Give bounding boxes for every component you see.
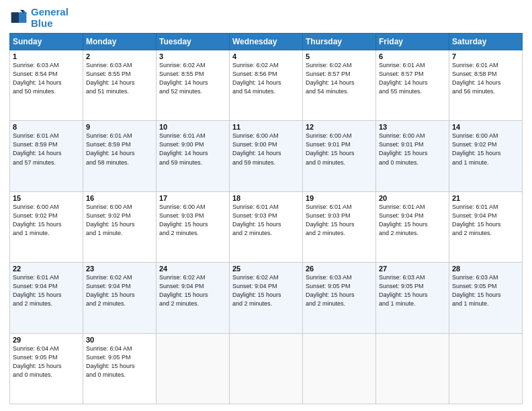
calendar-cell: 1Sunrise: 6:03 AM Sunset: 8:54 PM Daylig…: [10, 50, 83, 121]
svg-rect-2: [19, 12, 26, 23]
day-info: Sunrise: 6:04 AM Sunset: 9:05 PM Dayligh…: [86, 345, 153, 379]
calendar-cell: 6Sunrise: 6:01 AM Sunset: 8:57 PM Daylig…: [376, 50, 449, 121]
calendar-cell: 9Sunrise: 6:01 AM Sunset: 8:59 PM Daylig…: [83, 121, 157, 191]
calendar-cell: [449, 333, 523, 404]
calendar-cell: 19Sunrise: 6:01 AM Sunset: 9:03 PM Dayli…: [303, 191, 376, 262]
svg-rect-1: [11, 12, 19, 23]
day-info: Sunrise: 6:02 AM Sunset: 9:04 PM Dayligh…: [232, 273, 300, 308]
day-number: 9: [86, 123, 153, 131]
day-number: 21: [452, 194, 519, 202]
calendar-cell: 12Sunrise: 6:00 AM Sunset: 9:01 PM Dayli…: [303, 121, 376, 191]
calendar-cell: 8Sunrise: 6:01 AM Sunset: 8:59 PM Daylig…: [10, 121, 83, 191]
calendar-cell: [157, 333, 230, 404]
weekday-header-friday: Friday: [376, 34, 449, 50]
day-info: Sunrise: 6:03 AM Sunset: 9:05 PM Dayligh…: [306, 273, 373, 308]
calendar-cell: 2Sunrise: 6:03 AM Sunset: 8:55 PM Daylig…: [83, 50, 157, 121]
day-info: Sunrise: 6:02 AM Sunset: 9:04 PM Dayligh…: [86, 273, 153, 308]
day-number: 5: [306, 52, 373, 60]
weekday-header-thursday: Thursday: [303, 34, 376, 50]
day-number: 19: [306, 194, 373, 202]
day-number: 16: [86, 194, 153, 202]
day-info: Sunrise: 6:02 AM Sunset: 8:57 PM Dayligh…: [306, 61, 373, 96]
calendar-cell: 7Sunrise: 6:01 AM Sunset: 8:58 PM Daylig…: [449, 50, 523, 121]
day-number: 1: [13, 52, 80, 60]
calendar-cell: 28Sunrise: 6:03 AM Sunset: 9:05 PM Dayli…: [449, 263, 523, 333]
calendar-cell: 26Sunrise: 6:03 AM Sunset: 9:05 PM Dayli…: [303, 263, 376, 333]
day-number: 7: [452, 52, 519, 60]
calendar-cell: 18Sunrise: 6:01 AM Sunset: 9:03 PM Dayli…: [230, 191, 303, 262]
calendar-cell: 14Sunrise: 6:00 AM Sunset: 9:02 PM Dayli…: [449, 121, 523, 191]
day-info: Sunrise: 6:01 AM Sunset: 8:58 PM Dayligh…: [452, 61, 519, 96]
calendar-cell: 22Sunrise: 6:01 AM Sunset: 9:04 PM Dayli…: [10, 263, 83, 333]
day-number: 27: [379, 265, 446, 273]
day-info: Sunrise: 6:03 AM Sunset: 9:05 PM Dayligh…: [452, 273, 519, 308]
day-info: Sunrise: 6:00 AM Sunset: 9:01 PM Dayligh…: [379, 132, 446, 167]
day-info: Sunrise: 6:02 AM Sunset: 8:56 PM Dayligh…: [232, 61, 300, 96]
svg-marker-3: [24, 9, 27, 13]
day-number: 25: [232, 265, 300, 273]
week-row-2: 8Sunrise: 6:01 AM Sunset: 8:59 PM Daylig…: [10, 121, 523, 191]
day-number: 26: [306, 265, 373, 273]
day-number: 11: [232, 123, 300, 131]
day-number: 29: [13, 336, 80, 344]
calendar-cell: 20Sunrise: 6:01 AM Sunset: 9:04 PM Dayli…: [376, 191, 449, 262]
day-number: 22: [13, 265, 80, 273]
day-info: Sunrise: 6:01 AM Sunset: 9:04 PM Dayligh…: [379, 203, 446, 238]
day-info: Sunrise: 6:00 AM Sunset: 9:02 PM Dayligh…: [13, 203, 80, 238]
day-info: Sunrise: 6:01 AM Sunset: 8:59 PM Dayligh…: [86, 132, 153, 167]
day-info: Sunrise: 6:01 AM Sunset: 9:03 PM Dayligh…: [232, 203, 300, 238]
weekday-header-wednesday: Wednesday: [230, 34, 303, 50]
weekday-header-sunday: Sunday: [10, 34, 83, 50]
calendar-cell: 17Sunrise: 6:00 AM Sunset: 9:03 PM Dayli…: [157, 191, 230, 262]
weekday-header-monday: Monday: [83, 34, 157, 50]
day-number: 14: [452, 123, 519, 131]
day-number: 23: [86, 265, 153, 273]
page: General Blue SundayMondayTuesdayWednesda…: [0, 0, 532, 411]
day-info: Sunrise: 6:02 AM Sunset: 8:55 PM Dayligh…: [159, 61, 226, 96]
calendar-cell: 11Sunrise: 6:00 AM Sunset: 9:00 PM Dayli…: [230, 121, 303, 191]
day-info: Sunrise: 6:03 AM Sunset: 8:55 PM Dayligh…: [86, 61, 153, 96]
day-number: 20: [379, 194, 446, 202]
week-row-1: 1Sunrise: 6:03 AM Sunset: 8:54 PM Daylig…: [10, 50, 523, 121]
day-number: 24: [159, 265, 226, 273]
day-number: 17: [159, 194, 226, 202]
weekday-header-tuesday: Tuesday: [157, 34, 230, 50]
calendar-cell: 15Sunrise: 6:00 AM Sunset: 9:02 PM Dayli…: [10, 191, 83, 262]
day-info: Sunrise: 6:01 AM Sunset: 8:59 PM Dayligh…: [13, 132, 80, 167]
calendar-cell: 29Sunrise: 6:04 AM Sunset: 9:05 PM Dayli…: [10, 333, 83, 404]
header: General Blue: [9, 7, 523, 29]
day-info: Sunrise: 6:00 AM Sunset: 9:01 PM Dayligh…: [306, 132, 373, 167]
day-info: Sunrise: 6:00 AM Sunset: 9:02 PM Dayligh…: [86, 203, 153, 238]
day-number: 4: [232, 52, 300, 60]
logo-icon: [9, 9, 28, 28]
calendar-cell: 3Sunrise: 6:02 AM Sunset: 8:55 PM Daylig…: [157, 50, 230, 121]
day-info: Sunrise: 6:03 AM Sunset: 8:54 PM Dayligh…: [13, 61, 80, 96]
calendar-table: SundayMondayTuesdayWednesdayThursdayFrid…: [9, 33, 523, 404]
day-info: Sunrise: 6:01 AM Sunset: 9:04 PM Dayligh…: [452, 203, 519, 238]
calendar-cell: [376, 333, 449, 404]
day-number: 15: [13, 194, 80, 202]
logo: General Blue: [9, 7, 69, 29]
day-number: 30: [86, 336, 153, 344]
day-info: Sunrise: 6:03 AM Sunset: 9:05 PM Dayligh…: [379, 273, 446, 308]
day-info: Sunrise: 6:01 AM Sunset: 9:00 PM Dayligh…: [159, 132, 226, 167]
day-number: 10: [159, 123, 226, 131]
week-row-5: 29Sunrise: 6:04 AM Sunset: 9:05 PM Dayli…: [10, 333, 523, 404]
logo-text: General Blue: [31, 7, 69, 29]
calendar-cell: 24Sunrise: 6:02 AM Sunset: 9:04 PM Dayli…: [157, 263, 230, 333]
day-number: 2: [86, 52, 153, 60]
calendar-cell: 21Sunrise: 6:01 AM Sunset: 9:04 PM Dayli…: [449, 191, 523, 262]
calendar-cell: 30Sunrise: 6:04 AM Sunset: 9:05 PM Dayli…: [83, 333, 157, 404]
day-info: Sunrise: 6:01 AM Sunset: 9:04 PM Dayligh…: [13, 273, 80, 308]
day-number: 6: [379, 52, 446, 60]
day-info: Sunrise: 6:01 AM Sunset: 8:57 PM Dayligh…: [379, 61, 446, 96]
day-number: 12: [306, 123, 373, 131]
calendar-cell: 25Sunrise: 6:02 AM Sunset: 9:04 PM Dayli…: [230, 263, 303, 333]
day-number: 18: [232, 194, 300, 202]
calendar-cell: 16Sunrise: 6:00 AM Sunset: 9:02 PM Dayli…: [83, 191, 157, 262]
day-number: 8: [13, 123, 80, 131]
day-number: 13: [379, 123, 446, 131]
calendar-cell: [303, 333, 376, 404]
day-info: Sunrise: 6:02 AM Sunset: 9:04 PM Dayligh…: [159, 273, 226, 308]
calendar-cell: 13Sunrise: 6:00 AM Sunset: 9:01 PM Dayli…: [376, 121, 449, 191]
